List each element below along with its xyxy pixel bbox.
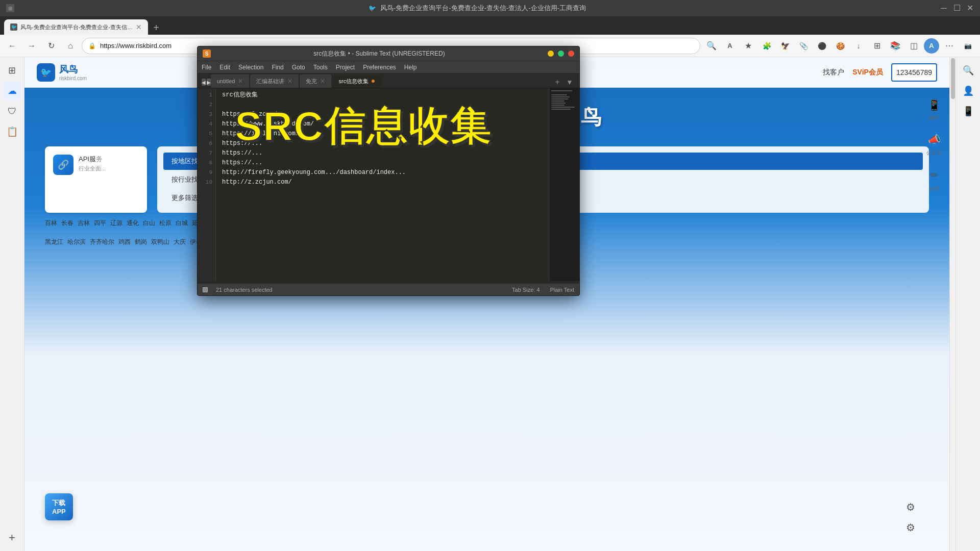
sublime-minimize-button[interactable] [548,51,554,57]
api-subtitle-text: 行业全 [79,165,95,171]
maximize-button[interactable]: ☐ [953,5,961,12]
sublime-maximize-button[interactable] [558,51,564,57]
tab-label-src: src信息收集 [338,78,369,85]
extension-btn-4[interactable]: ⚫ [814,38,830,54]
search-icon-btn[interactable]: 🔍 [703,38,720,54]
city-baicheng[interactable]: 白城 [176,219,188,228]
menu-selection[interactable]: Selection [238,64,263,71]
sublime-title-bar: S src信息收集 • - Sublime Text (UNREGISTERED… [198,46,579,61]
browser-title-bar: ⊞ 🐦 风鸟-免费企业查询平台-免费查企业-查失信-查法人-企业信用-工商查询 … [0,0,980,16]
city-changchun[interactable]: 长春 [61,219,74,228]
city-siping[interactable]: 四平 [94,219,106,228]
sidebar-add-button[interactable]: + [3,529,21,547]
extension-btn-3[interactable]: 📎 [795,38,812,54]
city-qiqihar[interactable]: 齐齐哈尔 [90,238,114,246]
minimap-line-3 [551,94,567,95]
status-tab-size[interactable]: Tab Size: 4 [512,287,540,293]
sublime-tab-untitled[interactable]: untitled ✕ [211,74,249,88]
extension-btn-1[interactable]: 🧩 [758,38,775,54]
tab-close-assembly[interactable]: ✕ [287,78,292,85]
download-text: 下载 [52,498,66,508]
menu-edit[interactable]: Edit [219,64,230,71]
city-hegang[interactable]: 鹤岗 [135,238,147,246]
sidebar-icon-grid[interactable]: ⊞ [3,61,21,80]
right-panel: 📱 APP 📣 公众号 ✏ 反馈 [919,93,949,196]
menu-find[interactable]: Find [272,64,283,71]
extension-btn-5[interactable]: 🍪 [832,38,848,54]
tab-chevron-button[interactable]: ▼ [564,77,575,88]
sublime-tab-assembly[interactable]: 汇编基础讲 ✕ [250,74,299,88]
download-app-button[interactable]: 下载 APP [45,493,73,520]
browser-title-text: 风鸟-免费企业查询平台-免费查企业-查失信-查法人-企业信用-工商查询 [380,4,586,13]
city-tonghua[interactable]: 通化 [127,219,139,228]
menu-file[interactable]: File [202,64,211,71]
sublime-tab-src[interactable]: src信息收集 [332,74,381,88]
panel-wechat-icon[interactable]: 📣 [926,131,942,147]
api-icon: 🔗 [53,155,74,175]
api-title-text: API服 [79,155,96,163]
new-tab-button[interactable]: + [149,20,163,35]
minimize-button[interactable]: ─ [940,5,947,12]
sidebar-search-icon[interactable]: 🔍 [959,61,977,80]
city-jilin[interactable]: 吉林 [78,219,90,228]
city-heilongjiang[interactable]: 黑龙江 [45,238,63,246]
tab-favicon: 🐦 [10,23,17,31]
tab-nav-next[interactable]: ▶ [207,79,211,86]
menu-goto[interactable]: Goto [292,64,305,71]
minimap-line-1 [551,90,572,91]
minimap-line-5 [551,98,568,99]
page-scrollbar[interactable] [949,57,955,551]
city-songyuan[interactable]: 松原 [159,219,172,228]
favorites-button[interactable]: ★ [740,38,756,54]
scrollbar-thumb[interactable] [951,58,955,99]
close-button[interactable]: ✕ [967,5,974,12]
browser-icon: ⊞ [6,4,14,12]
nav-link-customers[interactable]: 找客户 [823,68,844,77]
sublime-tab-free[interactable]: 免充 ✕ [300,74,331,88]
city-liaoyuan[interactable]: 辽源 [110,219,122,228]
status-file-type[interactable]: Plain Text [550,287,575,293]
city-baishan[interactable]: 白山 [143,219,155,228]
sidebar-person-icon[interactable]: 👤 [959,82,977,100]
split-view-button[interactable]: ⊞ [869,38,885,54]
collections-button[interactable]: 📚 [887,38,903,54]
tab-close-untitled[interactable]: ✕ [238,78,243,85]
city-balin[interactable]: 百林 [45,219,57,228]
settings-icon-1[interactable]: ⚙ [902,499,919,515]
extension-btn-6[interactable]: ↓ [850,38,867,54]
settings-icon-2[interactable]: ⚙ [902,519,919,536]
sidebar-icon-shield[interactable]: 🛡 [3,102,21,120]
tab-nav-prev[interactable]: ◀ [202,79,206,86]
nav-link-vip[interactable]: SViP会员 [852,68,883,77]
more-button[interactable]: ⋯ [941,38,958,54]
sidebar-icon-list[interactable]: 📋 [3,122,21,141]
panel-feedback-icon[interactable]: ✏ [926,167,942,183]
refresh-button[interactable]: ↻ [43,38,59,54]
menu-help[interactable]: Help [404,64,417,71]
city-daqing[interactable]: 大庆 [174,238,186,246]
tab-add-button[interactable]: + [552,77,563,88]
extension-btn-2[interactable]: 🦅 [777,38,793,54]
sublime-close-button[interactable] [568,51,574,57]
sidebar-icon-cloud[interactable]: ☁ [3,82,21,100]
sidebar-app-icon[interactable]: 📱 [959,102,977,120]
city-jixi[interactable]: 鸡西 [118,238,131,246]
profile-button[interactable]: A [924,38,939,54]
site-search-box[interactable]: 123456789 [891,63,937,82]
back-button[interactable]: ← [4,38,20,54]
tab-close-free[interactable]: ✕ [320,78,325,85]
menu-tools[interactable]: Tools [313,64,328,71]
menu-project[interactable]: Project [336,64,355,71]
home-button[interactable]: ⌂ [62,38,79,54]
city-harbin[interactable]: 哈尔滨 [67,238,86,246]
browser-tab-active[interactable]: 🐦 风鸟-免费企业查询平台-免费查企业-查失信-查法人-企业信用-工商查询 ✕ [4,19,148,35]
window-controls: ─ ☐ ✕ [940,5,974,12]
reader-mode-button[interactable]: A [722,38,738,54]
city-shuangyashan[interactable]: 双鸭山 [151,238,169,246]
menu-preferences[interactable]: Preferences [363,64,396,71]
tab-close-button[interactable]: ✕ [136,23,142,31]
screenshot-button[interactable]: 📷 [960,38,976,54]
panel-app-icon[interactable]: 📱 [926,97,942,113]
sidebar-toggle-button[interactable]: ◫ [905,38,922,54]
forward-button[interactable]: → [23,38,40,54]
